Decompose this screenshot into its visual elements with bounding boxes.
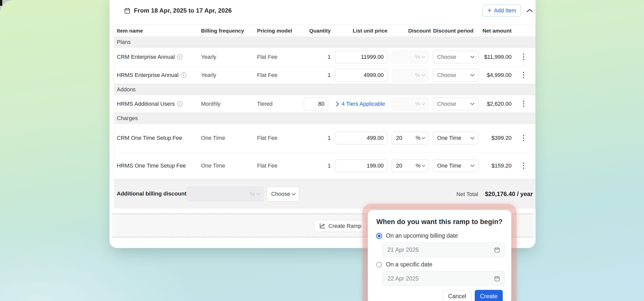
chevron-down-icon: [470, 137, 474, 140]
table-row: CRM Enterprise Annual i Yearly Flat Fee …: [114, 48, 535, 66]
tiers-applicable-link[interactable]: 4 Tiers Applicable: [336, 101, 385, 107]
collapse-section-button[interactable]: [525, 7, 534, 15]
chevron-down-icon: [292, 193, 296, 196]
net-total-value: $20,176.40 / year: [485, 190, 533, 198]
table-header-row: Item name Billing frequency Pricing mode…: [114, 25, 535, 37]
line-items-table: Item name Billing frequency Pricing mode…: [114, 25, 536, 208]
create-ramp-button[interactable]: Create Ramp: [314, 220, 367, 232]
col-pricing-model: Pricing model: [257, 28, 303, 34]
col-quantity: Quantity: [309, 28, 331, 34]
cancel-button[interactable]: Cancel: [443, 290, 471, 301]
row-menu-button[interactable]: [521, 70, 526, 80]
pricing-model-cell: Flat Fee: [257, 72, 303, 78]
ramp-begin-popover: When do you want this ramp to begin? On …: [368, 210, 511, 301]
section-addons: Addons: [114, 84, 535, 95]
pricing-model-cell: Flat Fee: [257, 162, 303, 169]
chevron-down-icon: [470, 56, 474, 58]
chevron-right-icon: [336, 102, 339, 106]
discount-period-select[interactable]: Choose: [433, 51, 478, 63]
chevron-down-icon: [470, 164, 474, 167]
option-upcoming-billing-date[interactable]: On an upcoming billing date: [376, 232, 503, 239]
discount-input-disabled: %: [392, 69, 429, 81]
chevron-down-icon: [256, 193, 260, 195]
section-charges: Charges: [114, 113, 535, 124]
net-amount-cell: $2,620.00: [487, 101, 512, 107]
billing-frequency-cell: Yearly: [201, 54, 257, 60]
row-menu-button[interactable]: [521, 160, 526, 171]
discount-period-select[interactable]: One Time: [433, 132, 478, 144]
additional-discount-period-select[interactable]: Choose: [267, 187, 299, 201]
discount-input-disabled: %: [392, 51, 429, 63]
net-amount-cell: $11,999.00: [484, 54, 512, 60]
table-row: CRM One Time Setup Fee One Time Flat Fee…: [114, 124, 535, 152]
row-menu-button[interactable]: [521, 133, 526, 143]
quantity-cell: 1: [328, 162, 331, 169]
col-net-amount: Net amount: [483, 28, 512, 34]
radio-unselected-icon[interactable]: [376, 262, 382, 267]
billing-frequency-cell: One Time: [201, 135, 257, 141]
discount-input[interactable]: 20 %: [392, 132, 429, 144]
col-item-name: Item name: [114, 28, 201, 34]
corner-artifact: [0, 0, 2, 6]
net-amount-cell: $4,999.00: [487, 72, 512, 78]
radio-selected-icon[interactable]: [376, 233, 382, 239]
list-unit-price-input[interactable]: 11999.00: [335, 51, 387, 63]
row-menu-button[interactable]: [521, 52, 526, 62]
pricing-model-cell: Flat Fee: [257, 135, 303, 141]
chevron-down-icon: [422, 137, 425, 139]
info-icon[interactable]: i: [181, 72, 186, 78]
billing-period-label: From 18 Apr, 2025 to 17 Apr, 2026: [134, 7, 232, 14]
net-total: Net Total $20,176.40 / year: [456, 190, 533, 198]
quantity-cell: 1: [328, 72, 331, 78]
chevron-down-icon: [470, 102, 474, 105]
table-row: HRMS Enterprise Annual i Yearly Flat Fee…: [114, 66, 535, 84]
pricing-model-cell: Flat Fee: [257, 54, 303, 60]
discount-period-select[interactable]: Choose: [433, 69, 478, 81]
row-menu-button[interactable]: [521, 99, 526, 109]
option-specific-date[interactable]: On a specific date: [376, 261, 503, 268]
quantity-input[interactable]: 80: [304, 98, 328, 110]
plus-icon: +: [487, 7, 491, 14]
calendar-icon: [494, 276, 500, 282]
additional-billing-discount-label: Additional billing discount i: [117, 190, 194, 197]
col-billing-frequency: Billing frequency: [201, 28, 257, 34]
list-unit-price-input[interactable]: 199.00: [335, 159, 387, 172]
item-name-cell: CRM One Time Setup Fee: [114, 135, 201, 141]
create-button[interactable]: Create: [475, 290, 503, 301]
item-name-cell: HRMS Additional Users i: [114, 101, 201, 107]
net-amount-cell: $159.20: [491, 162, 512, 169]
upcoming-billing-date-input[interactable]: 21 Apr 2026: [382, 242, 505, 257]
billing-frequency-cell: Yearly: [201, 72, 257, 78]
item-name-cell: CRM Enterprise Annual i: [114, 54, 201, 60]
additional-discount-input-disabled: %: [187, 187, 264, 201]
discount-input-disabled: %: [392, 98, 429, 110]
chevron-down-icon: [422, 74, 425, 76]
chevron-down-icon: [470, 74, 474, 76]
info-icon[interactable]: i: [177, 101, 182, 106]
discount-period-select[interactable]: Choose: [433, 98, 478, 110]
table-row: HRMS One Time Setup Fee One Time Flat Fe…: [114, 152, 535, 179]
discount-period-select[interactable]: One Time: [433, 159, 478, 172]
date-range-header: From 18 Apr, 2025 to 17 Apr, 2026: [124, 5, 232, 17]
col-discount: Discount: [408, 28, 433, 34]
add-item-label: Add Item: [494, 7, 516, 14]
calendar-icon: [124, 7, 131, 14]
chevron-down-icon: [422, 165, 425, 167]
billing-frequency-cell: One Time: [201, 162, 257, 169]
add-item-button[interactable]: + Add Item: [483, 5, 521, 17]
popover-actions: Cancel Create: [376, 290, 503, 301]
section-plans: Plans: [114, 37, 535, 48]
list-unit-price-input[interactable]: 4999.00: [335, 69, 387, 81]
billing-frequency-cell: Monthly: [201, 101, 257, 107]
chevron-up-icon: [526, 8, 533, 13]
quantity-cell: 1: [328, 54, 331, 60]
list-unit-price-input[interactable]: 499.00: [335, 132, 387, 144]
specific-date-input[interactable]: 22 Apr 2025: [382, 271, 505, 286]
popover-title: When do you want this ramp to begin?: [376, 218, 503, 226]
pricing-model-cell: Tiered: [257, 101, 303, 107]
quantity-cell: 1: [328, 135, 331, 141]
chart-line-icon: [319, 223, 325, 229]
discount-input[interactable]: 20 %: [392, 159, 429, 172]
info-icon[interactable]: i: [177, 54, 182, 60]
calendar-icon: [494, 247, 500, 253]
